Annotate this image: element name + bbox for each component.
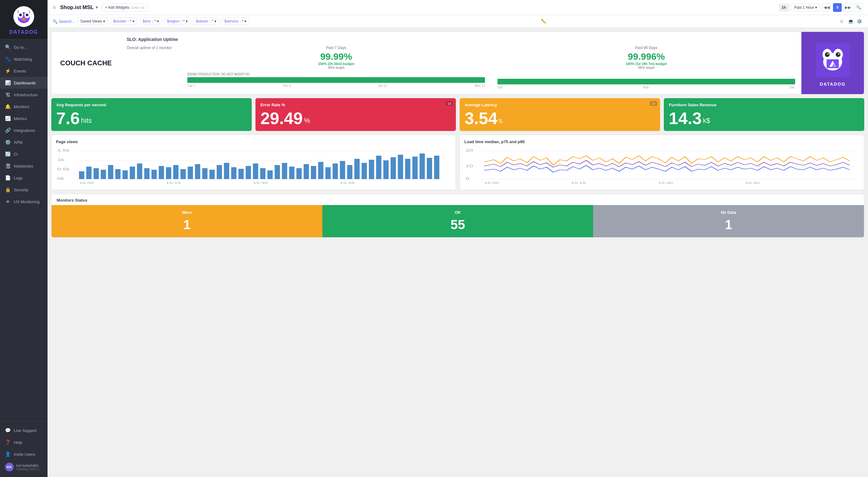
saved-views-select[interactable]: Saved Views ▾: [78, 18, 108, 25]
time-pause-button[interactable]: ⏸: [833, 3, 842, 12]
sidebar-item-metrics-label: Metrics: [14, 116, 27, 121]
load-time-widget: Load time median, p75 and p90 20 10 0: [460, 135, 864, 190]
slo-90day-date-1: Nov: [643, 86, 649, 89]
sidebar-item-integrations[interactable]: 🔗 Integrations: [0, 124, 48, 136]
favorite-icon[interactable]: ☆: [53, 5, 56, 10]
svg-point-4: [19, 13, 22, 16]
user-email: karl.kalash@d...: [16, 464, 42, 467]
sidebar-item-notebooks[interactable]: 📓 Notebooks: [0, 160, 48, 172]
sidebar-item-logs[interactable]: 📄 Logs: [0, 172, 48, 184]
filter-steam[interactable]: $steam : * ▾: [193, 18, 219, 25]
svg-rect-35: [130, 167, 135, 179]
sidebar-item-events[interactable]: ⚡ Events: [0, 65, 48, 77]
load-time-svg: 20 10 0 15:00: [464, 148, 860, 185]
time-prev-button[interactable]: ◀◀: [823, 3, 831, 12]
datadog-logo-icon: [13, 6, 35, 28]
add-widgets-button[interactable]: + Add Widgets Cmd + E: [102, 3, 148, 11]
time-range-select[interactable]: Past 1 Hour ▾: [791, 4, 820, 11]
sidebar-item-watchdog[interactable]: 🐾 Watchdog: [0, 53, 48, 65]
svg-rect-67: [362, 163, 367, 179]
sidebar-item-security[interactable]: 🔒 Security: [0, 184, 48, 196]
sidebar-item-ci[interactable]: 🔄 CI: [0, 148, 48, 160]
sidebar-item-live-support[interactable]: 💬 Live Support: [0, 424, 48, 436]
metrics-row: Avg Requests per second 7.6 hits Error R…: [51, 98, 864, 131]
sidebar-item-goto-label: Go to...: [14, 45, 27, 50]
main-content: ☆ Shop.ist MSL ▾ + Add Widgets Cmd + E 1…: [48, 0, 868, 477]
page-views-widget: Page views 1.5k 1k 0.5k 0k: [51, 135, 456, 190]
add-widgets-shortcut: Cmd + E: [131, 6, 145, 9]
sidebar-item-events-label: Events: [14, 69, 26, 73]
sidebar-item-monitors[interactable]: 🔔 Monitors: [0, 101, 48, 113]
filter-region-chevron-icon: ▾: [186, 19, 188, 24]
sidebar-item-ci-label: CI: [14, 152, 18, 157]
display-desktop-icon[interactable]: 🖥: [838, 18, 845, 25]
svg-rect-43: [188, 167, 193, 179]
apm-icon: ⚙️: [5, 139, 11, 145]
svg-point-6: [22, 18, 26, 21]
sidebar-item-apm[interactable]: ⚙️ APM: [0, 136, 48, 148]
sidebar-item-ux-label: UX Monitoring: [14, 199, 39, 204]
filter-env[interactable]: $env : * ▾: [140, 18, 162, 25]
filter-env-val: *: [154, 19, 156, 24]
svg-rect-74: [412, 157, 418, 179]
sidebar-user: KK karl.kalash@d... Datadog Demo (...: [0, 460, 48, 474]
sidebar-item-logs-label: Logs: [14, 176, 23, 180]
dashboards-icon: 📊: [5, 80, 11, 86]
filter-service-chevron-icon: ▾: [245, 19, 246, 24]
slo-7day-date-0: Tue 7: [187, 84, 195, 88]
sidebar-item-metrics[interactable]: 📈 Metrics: [0, 113, 48, 124]
svg-point-12: [825, 52, 830, 57]
svg-rect-46: [210, 170, 215, 179]
global-search-button[interactable]: 🔍: [854, 3, 863, 12]
metric-avg-latency-number: 3.54: [465, 110, 497, 127]
search-button[interactable]: 🔍 Search...: [53, 19, 75, 24]
sidebar-item-infrastructure[interactable]: 🏗 Infrastructure: [0, 89, 48, 101]
svg-text:15:00: 15:00: [79, 181, 94, 184]
monitors-icon: 🔔: [5, 104, 11, 109]
metric-furniture-sales-title: Furniture Sales Revenue: [669, 102, 859, 107]
filter-region[interactable]: $region : * ▾: [164, 18, 190, 25]
dashboard-content: COUCH CACHE SLO: Application Uptime Over…: [48, 28, 868, 477]
sidebar-item-invite[interactable]: 👤 Invite Users: [0, 448, 48, 460]
edit-filters-icon[interactable]: ✏️: [541, 19, 546, 24]
sidebar-item-goto[interactable]: 🔍 Go to...: [0, 41, 48, 53]
svg-rect-72: [398, 155, 403, 179]
svg-rect-47: [217, 165, 222, 179]
ci-icon: 🔄: [5, 151, 11, 157]
metric-avg-latency-value: 3.54 s: [465, 110, 655, 127]
filter-service[interactable]: $service : * ▾: [222, 18, 250, 25]
sidebar-item-ux[interactable]: 👁 UX Monitoring: [0, 196, 48, 208]
load-time-title: Load time median, p75 and p90: [464, 139, 860, 144]
svg-rect-73: [405, 159, 410, 179]
filter-cluster[interactable]: $cluster : * ▾: [111, 18, 137, 25]
slo-7day: Past 7 Days 99.99% 100% (3h 20m) budget …: [187, 45, 485, 89]
monitors-widget: Monitors Status Warn 1 OK 55 No Data 1: [51, 194, 864, 237]
mascot-brand-label: DATADOG: [820, 82, 846, 87]
invite-icon: 👤: [5, 451, 11, 457]
sidebar-item-apm-label: APM: [14, 140, 23, 145]
time-range-label: Past 1 Hour: [794, 5, 814, 10]
time-next-button[interactable]: ▶▶: [844, 3, 852, 12]
svg-rect-64: [340, 161, 345, 179]
filter-env-key: $env: [143, 19, 151, 24]
slo-90day-percent: 99.996%: [497, 51, 795, 62]
monitor-nodata-count: 1: [598, 217, 859, 232]
svg-rect-30: [93, 168, 99, 179]
svg-rect-75: [420, 154, 425, 179]
page-views-chart: 1.5k 1k 0.5k 0k: [56, 148, 451, 185]
monitor-warn-count: 1: [57, 217, 317, 232]
title-chevron-icon[interactable]: ▾: [96, 5, 98, 10]
live-support-icon: 💬: [5, 427, 11, 433]
filter-region-val: *: [183, 19, 185, 24]
notebooks-icon: 📓: [5, 163, 11, 169]
sidebar-item-help[interactable]: ❓ Help: [0, 436, 48, 448]
user-info: karl.kalash@d... Datadog Demo (...: [16, 464, 42, 471]
monitor-ok-label: OK: [328, 210, 588, 215]
sidebar-item-dashboards[interactable]: 📊 Dashboards: [0, 77, 48, 89]
svg-text:15:30: 15:30: [658, 181, 673, 184]
settings-icon[interactable]: ⚙️: [856, 18, 863, 25]
saved-views-chevron-icon: ▾: [103, 19, 105, 24]
display-tablet-icon[interactable]: 💻: [847, 18, 854, 25]
svg-text:1k: 1k: [57, 158, 64, 162]
svg-text:1.5k: 1.5k: [57, 149, 70, 152]
